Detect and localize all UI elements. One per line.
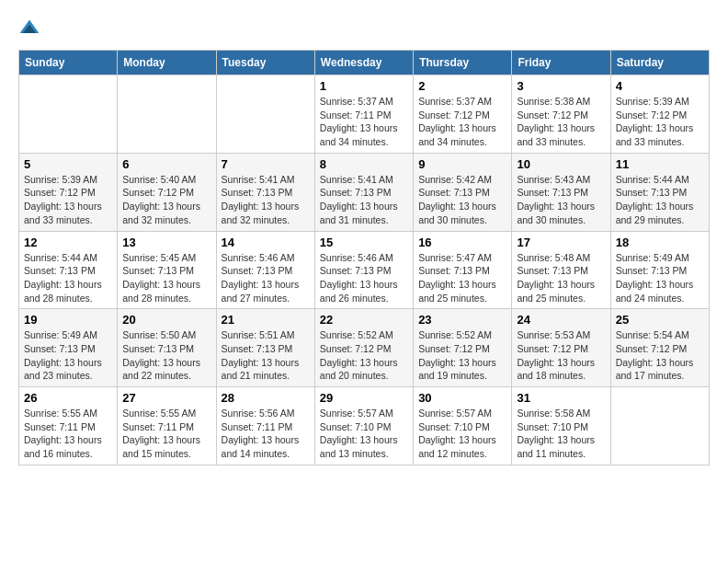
day-number: 3 <box>517 79 605 93</box>
calendar-cell <box>610 387 709 465</box>
day-info: Sunrise: 5:46 AMSunset: 7:13 PMDaylight:… <box>222 251 310 305</box>
calendar-cell: 7 Sunrise: 5:41 AMSunset: 7:13 PMDayligh… <box>216 153 314 231</box>
day-number: 27 <box>122 391 210 405</box>
weekday-header-tuesday: Tuesday <box>216 51 314 75</box>
day-info: Sunrise: 5:55 AMSunset: 7:11 PMDaylight:… <box>122 407 210 461</box>
day-info: Sunrise: 5:57 AMSunset: 7:10 PMDaylight:… <box>418 407 506 461</box>
calendar-cell <box>19 75 118 154</box>
day-number: 4 <box>616 79 704 93</box>
day-info: Sunrise: 5:40 AMSunset: 7:12 PMDaylight:… <box>122 173 210 227</box>
day-info: Sunrise: 5:43 AMSunset: 7:13 PMDaylight:… <box>517 173 605 227</box>
calendar-cell: 28 Sunrise: 5:56 AMSunset: 7:11 PMDaylig… <box>216 387 314 465</box>
day-info: Sunrise: 5:45 AMSunset: 7:13 PMDaylight:… <box>122 251 210 305</box>
calendar-week-row: 1 Sunrise: 5:37 AMSunset: 7:11 PMDayligh… <box>19 75 710 154</box>
day-info: Sunrise: 5:55 AMSunset: 7:11 PMDaylight:… <box>24 407 112 461</box>
day-info: Sunrise: 5:52 AMSunset: 7:12 PMDaylight:… <box>320 328 408 383</box>
day-info: Sunrise: 5:38 AMSunset: 7:12 PMDaylight:… <box>517 95 605 149</box>
day-info: Sunrise: 5:57 AMSunset: 7:10 PMDaylight:… <box>320 407 408 461</box>
weekday-header-monday: Monday <box>118 51 216 75</box>
day-info: Sunrise: 5:49 AMSunset: 7:13 PMDaylight:… <box>616 251 704 305</box>
day-number: 11 <box>616 157 704 171</box>
calendar-cell: 26 Sunrise: 5:55 AMSunset: 7:11 PMDaylig… <box>19 387 118 465</box>
calendar-cell: 15 Sunrise: 5:46 AMSunset: 7:13 PMDaylig… <box>314 231 413 309</box>
day-number: 16 <box>418 236 506 249</box>
day-info: Sunrise: 5:51 AMSunset: 7:13 PMDaylight:… <box>222 328 310 383</box>
calendar-cell: 4 Sunrise: 5:39 AMSunset: 7:12 PMDayligh… <box>610 75 709 154</box>
day-number: 24 <box>517 313 605 327</box>
calendar-cell: 19 Sunrise: 5:49 AMSunset: 7:13 PMDaylig… <box>19 309 118 387</box>
day-number: 7 <box>222 157 310 171</box>
calendar-cell: 16 Sunrise: 5:47 AMSunset: 7:13 PMDaylig… <box>414 231 512 309</box>
day-number: 15 <box>320 236 408 249</box>
calendar-cell: 20 Sunrise: 5:50 AMSunset: 7:13 PMDaylig… <box>118 309 216 387</box>
calendar-cell: 10 Sunrise: 5:43 AMSunset: 7:13 PMDaylig… <box>512 153 610 231</box>
day-info: Sunrise: 5:39 AMSunset: 7:12 PMDaylight:… <box>616 95 704 149</box>
calendar-cell: 24 Sunrise: 5:53 AMSunset: 7:12 PMDaylig… <box>512 309 610 387</box>
logo-icon <box>18 18 40 40</box>
calendar-cell: 9 Sunrise: 5:42 AMSunset: 7:13 PMDayligh… <box>414 153 512 231</box>
day-info: Sunrise: 5:44 AMSunset: 7:13 PMDaylight:… <box>24 251 112 305</box>
calendar-cell: 11 Sunrise: 5:44 AMSunset: 7:13 PMDaylig… <box>610 153 709 231</box>
calendar-header-row: SundayMondayTuesdayWednesdayThursdayFrid… <box>19 51 710 75</box>
weekday-header-wednesday: Wednesday <box>314 51 413 75</box>
calendar-cell: 12 Sunrise: 5:44 AMSunset: 7:13 PMDaylig… <box>19 231 118 309</box>
day-number: 10 <box>517 157 605 171</box>
day-number: 18 <box>616 236 704 249</box>
calendar-week-row: 12 Sunrise: 5:44 AMSunset: 7:13 PMDaylig… <box>19 231 710 309</box>
day-info: Sunrise: 5:52 AMSunset: 7:12 PMDaylight:… <box>418 328 506 383</box>
calendar-week-row: 26 Sunrise: 5:55 AMSunset: 7:11 PMDaylig… <box>19 387 710 465</box>
weekday-header-thursday: Thursday <box>414 51 512 75</box>
calendar-cell: 17 Sunrise: 5:48 AMSunset: 7:13 PMDaylig… <box>512 231 610 309</box>
day-info: Sunrise: 5:49 AMSunset: 7:13 PMDaylight:… <box>24 328 112 383</box>
day-number: 25 <box>616 313 704 327</box>
day-number: 12 <box>24 236 112 249</box>
day-info: Sunrise: 5:46 AMSunset: 7:13 PMDaylight:… <box>320 251 408 305</box>
day-info: Sunrise: 5:54 AMSunset: 7:12 PMDaylight:… <box>616 328 704 383</box>
calendar-cell: 2 Sunrise: 5:37 AMSunset: 7:12 PMDayligh… <box>414 75 512 154</box>
calendar-cell: 22 Sunrise: 5:52 AMSunset: 7:12 PMDaylig… <box>314 309 413 387</box>
calendar-cell: 1 Sunrise: 5:37 AMSunset: 7:11 PMDayligh… <box>314 75 413 154</box>
logo <box>18 18 44 40</box>
calendar-cell: 31 Sunrise: 5:58 AMSunset: 7:10 PMDaylig… <box>512 387 610 465</box>
day-info: Sunrise: 5:41 AMSunset: 7:13 PMDaylight:… <box>222 173 310 227</box>
calendar-cell: 8 Sunrise: 5:41 AMSunset: 7:13 PMDayligh… <box>314 153 413 231</box>
calendar-cell: 27 Sunrise: 5:55 AMSunset: 7:11 PMDaylig… <box>118 387 216 465</box>
day-number: 22 <box>320 313 408 327</box>
calendar-cell: 25 Sunrise: 5:54 AMSunset: 7:12 PMDaylig… <box>610 309 709 387</box>
page-header <box>18 18 710 40</box>
day-number: 2 <box>418 79 506 93</box>
day-number: 23 <box>418 313 506 327</box>
calendar-cell: 5 Sunrise: 5:39 AMSunset: 7:12 PMDayligh… <box>19 153 118 231</box>
day-number: 9 <box>418 157 506 171</box>
calendar-cell: 14 Sunrise: 5:46 AMSunset: 7:13 PMDaylig… <box>216 231 314 309</box>
day-number: 28 <box>222 391 310 405</box>
day-number: 13 <box>122 236 210 249</box>
calendar-week-row: 19 Sunrise: 5:49 AMSunset: 7:13 PMDaylig… <box>19 309 710 387</box>
day-info: Sunrise: 5:47 AMSunset: 7:13 PMDaylight:… <box>418 251 506 305</box>
calendar-cell <box>216 75 314 154</box>
day-info: Sunrise: 5:37 AMSunset: 7:12 PMDaylight:… <box>418 95 506 149</box>
calendar-cell: 21 Sunrise: 5:51 AMSunset: 7:13 PMDaylig… <box>216 309 314 387</box>
calendar-cell: 3 Sunrise: 5:38 AMSunset: 7:12 PMDayligh… <box>512 75 610 154</box>
day-number: 1 <box>320 79 408 93</box>
calendar-cell: 13 Sunrise: 5:45 AMSunset: 7:13 PMDaylig… <box>118 231 216 309</box>
day-number: 5 <box>24 157 112 171</box>
weekday-header-saturday: Saturday <box>610 51 709 75</box>
day-number: 19 <box>24 313 112 327</box>
day-number: 14 <box>222 236 310 249</box>
calendar-cell: 23 Sunrise: 5:52 AMSunset: 7:12 PMDaylig… <box>414 309 512 387</box>
day-number: 17 <box>517 236 605 249</box>
day-info: Sunrise: 5:58 AMSunset: 7:10 PMDaylight:… <box>517 407 605 461</box>
day-number: 26 <box>24 391 112 405</box>
calendar-cell: 6 Sunrise: 5:40 AMSunset: 7:12 PMDayligh… <box>118 153 216 231</box>
calendar-cell: 18 Sunrise: 5:49 AMSunset: 7:13 PMDaylig… <box>610 231 709 309</box>
day-info: Sunrise: 5:50 AMSunset: 7:13 PMDaylight:… <box>122 328 210 383</box>
day-info: Sunrise: 5:56 AMSunset: 7:11 PMDaylight:… <box>222 407 310 461</box>
calendar-cell: 30 Sunrise: 5:57 AMSunset: 7:10 PMDaylig… <box>414 387 512 465</box>
calendar-cell: 29 Sunrise: 5:57 AMSunset: 7:10 PMDaylig… <box>314 387 413 465</box>
calendar-cell <box>118 75 216 154</box>
day-number: 21 <box>222 313 310 327</box>
day-number: 6 <box>122 157 210 171</box>
day-info: Sunrise: 5:44 AMSunset: 7:13 PMDaylight:… <box>616 173 704 227</box>
day-info: Sunrise: 5:39 AMSunset: 7:12 PMDaylight:… <box>24 173 112 227</box>
